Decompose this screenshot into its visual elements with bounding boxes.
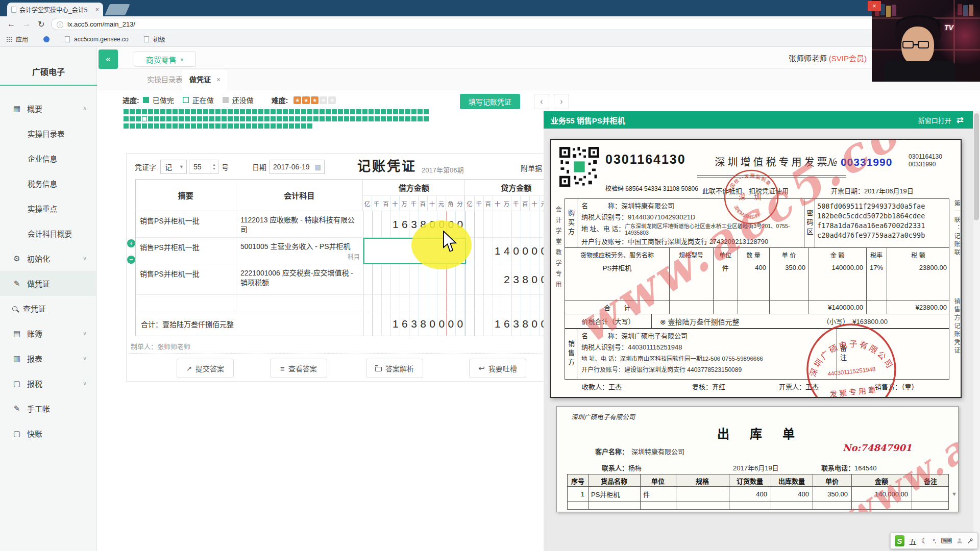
progress-square[interactable]: [264, 116, 270, 121]
progress-square[interactable]: [246, 123, 251, 129]
progress-square[interactable]: [307, 116, 312, 121]
reply-answer-button[interactable]: 我要吐槽: [469, 359, 526, 378]
progress-square[interactable]: [356, 116, 361, 121]
folder-answer-button[interactable]: 答案解析: [366, 359, 423, 378]
progress-square[interactable]: [393, 116, 398, 121]
person-icon[interactable]: [957, 537, 963, 544]
sidebar-item-报税[interactable]: 报税∨: [0, 371, 97, 396]
date-input[interactable]: 2017-06-19 ▦: [270, 160, 325, 174]
view-answer-button[interactable]: 查看答案: [270, 359, 327, 378]
progress-square[interactable]: [197, 123, 202, 129]
next-business-button[interactable]: ›: [554, 94, 569, 109]
progress-square[interactable]: [130, 109, 135, 114]
progress-square[interactable]: [228, 116, 233, 121]
back-icon[interactable]: ←: [7, 19, 15, 29]
address-bar[interactable]: ⓘ lx.acc5.com/main_213/: [51, 18, 970, 30]
reload-icon[interactable]: ↻: [38, 19, 44, 29]
user-info[interactable]: 张师师老师 (SVIP会员): [789, 53, 867, 63]
progress-square[interactable]: [301, 123, 306, 129]
swap-icon[interactable]: ⇄: [957, 115, 964, 126]
bookmark-gensee[interactable]: acc5com.gensee.co: [74, 36, 129, 43]
progress-square[interactable]: [215, 116, 220, 121]
baidu-icon[interactable]: [43, 36, 50, 42]
progress-square[interactable]: [179, 116, 184, 121]
progress-square[interactable]: [252, 109, 257, 114]
progress-square[interactable]: [258, 116, 263, 121]
progress-square[interactable]: [332, 109, 337, 114]
progress-square[interactable]: [215, 109, 220, 114]
remove-row-button[interactable]: −: [127, 256, 135, 264]
calendar-icon[interactable]: ▦: [315, 163, 321, 171]
progress-square[interactable]: [277, 123, 282, 129]
progress-square[interactable]: [399, 109, 404, 114]
sidebar-item-做凭证[interactable]: 做凭证: [0, 271, 97, 296]
progress-square[interactable]: [313, 116, 318, 121]
progress-square[interactable]: [185, 123, 190, 129]
progress-square[interactable]: [320, 109, 325, 114]
progress-square[interactable]: [289, 123, 294, 129]
progress-square[interactable]: [362, 109, 368, 114]
sidebar-item-概要[interactable]: 概要∧: [0, 96, 97, 121]
progress-square[interactable]: [399, 116, 404, 121]
progress-square[interactable]: [191, 109, 196, 114]
progress-square[interactable]: [215, 123, 220, 129]
progress-square[interactable]: [258, 109, 263, 114]
browser-tab[interactable]: 会计学堂实操中心_会计5 ×: [7, 3, 103, 16]
progress-square[interactable]: [289, 116, 294, 121]
progress-square[interactable]: [234, 123, 239, 129]
progress-square[interactable]: [160, 123, 165, 129]
progress-square[interactable]: [264, 109, 270, 114]
progress-square[interactable]: [222, 109, 227, 114]
progress-square[interactable]: [246, 116, 251, 121]
sogou-logo-icon[interactable]: S: [895, 535, 904, 546]
sidebar-item-初始化[interactable]: 初始化∨: [0, 246, 97, 271]
progress-square[interactable]: [154, 123, 159, 129]
progress-square[interactable]: [142, 109, 147, 114]
progress-square[interactable]: [160, 116, 165, 121]
progress-square[interactable]: [142, 123, 147, 129]
row-summary[interactable]: 销售PS并柜机一批: [136, 238, 236, 264]
new-tab-button[interactable]: [105, 4, 130, 15]
progress-square[interactable]: [252, 123, 257, 129]
progress-square[interactable]: [356, 109, 361, 114]
progress-square[interactable]: [283, 109, 288, 114]
progress-square[interactable]: [375, 116, 380, 121]
fill-voucher-button[interactable]: 填写记账凭证: [460, 94, 520, 109]
progress-square[interactable]: [301, 109, 306, 114]
progress-square[interactable]: [179, 123, 184, 129]
progress-square[interactable]: [307, 123, 312, 129]
progress-square[interactable]: [148, 116, 153, 121]
progress-square[interactable]: [136, 123, 141, 129]
progress-square[interactable]: [166, 109, 172, 114]
url-text[interactable]: lx.acc5.com/main_213/: [67, 20, 135, 28]
keyboard-icon[interactable]: ⌨: [941, 536, 952, 545]
progress-square[interactable]: [203, 116, 208, 121]
row-account[interactable]: 1122013 应收账款 - 特康科技有限公司: [236, 211, 363, 237]
progress-square[interactable]: [405, 109, 410, 114]
progress-square[interactable]: [405, 116, 410, 121]
voucher-number-input[interactable]: 55 ▲▼: [189, 160, 218, 174]
progress-square[interactable]: [344, 116, 349, 121]
progress-square[interactable]: [295, 109, 300, 114]
progress-square[interactable]: [173, 123, 178, 129]
progress-square[interactable]: [191, 116, 196, 121]
progress-square[interactable]: [222, 123, 227, 129]
collapse-sidebar-button[interactable]: «: [99, 49, 118, 69]
scroll-down-icon[interactable]: ▼: [951, 491, 957, 497]
progress-square[interactable]: [166, 123, 172, 129]
progress-square[interactable]: [234, 109, 239, 114]
number-stepper[interactable]: ▲▼: [210, 160, 218, 173]
progress-square[interactable]: [411, 116, 416, 121]
scrollbar-thumb[interactable]: [974, 113, 979, 220]
progress-square[interactable]: [375, 109, 380, 114]
progress-square[interactable]: [344, 109, 349, 114]
progress-square[interactable]: [228, 123, 233, 129]
progress-square[interactable]: [332, 116, 337, 121]
progress-square[interactable]: [185, 109, 190, 114]
progress-square[interactable]: [130, 116, 135, 121]
progress-square[interactable]: [381, 109, 386, 114]
moon-icon[interactable]: ☾: [921, 536, 928, 545]
tab-close-icon[interactable]: ×: [95, 6, 99, 13]
progress-square[interactable]: [191, 123, 196, 129]
progress-square[interactable]: [350, 109, 355, 114]
